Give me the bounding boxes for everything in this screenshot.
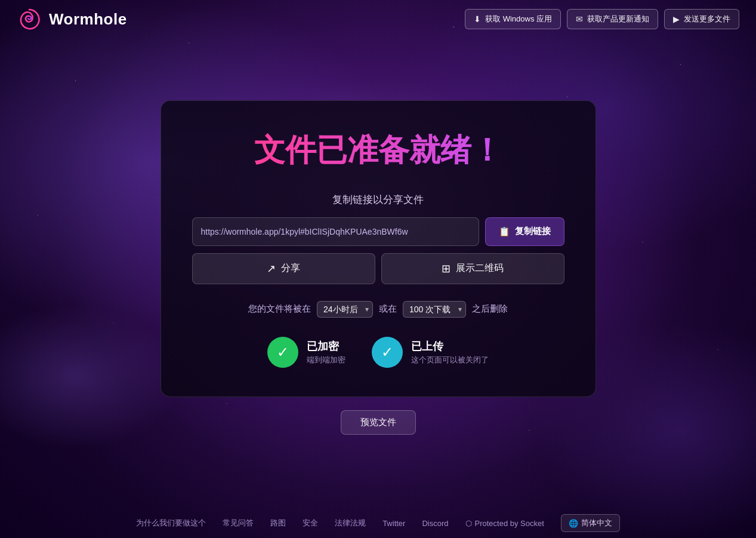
footer-roadmap-link[interactable]: 路图 xyxy=(270,518,286,528)
encrypted-label: 已加密 xyxy=(307,339,345,353)
action-row: ↗ 分享 ⊞ 展示二维码 xyxy=(192,253,564,284)
uploaded-status: ✓ 已上传 这个页面可以被关闭了 xyxy=(372,337,489,368)
main-content: 文件已准备就绪！ 复制链接以分享文件 📋 复制链接 ↗ 分享 ⊞ 展示二维码 xyxy=(0,38,756,508)
send-icon: ▶ xyxy=(673,14,680,24)
expiry-suffix: 之后删除 xyxy=(472,303,508,315)
send-btn-label: 发送更多文件 xyxy=(684,14,730,24)
uploaded-sublabel: 这个页面可以被关闭了 xyxy=(411,355,489,365)
footer-faq-link[interactable]: 常见问答 xyxy=(223,518,254,528)
downloads-select-wrap: 100 次下载 10 次下载 50 次下载 xyxy=(403,301,466,318)
qr-icon: ⊞ xyxy=(442,262,450,275)
share-url-input[interactable] xyxy=(192,217,479,246)
copy-icon: 📋 xyxy=(499,226,510,237)
expiry-prefix: 您的文件将被在 xyxy=(248,303,311,315)
preview-btn-label: 预览文件 xyxy=(360,417,396,427)
footer-security-link[interactable]: 安全 xyxy=(303,518,318,528)
footer: 为什么我们要做这个 常见问答 路图 安全 法律法规 Twitter Discor… xyxy=(0,508,756,538)
status-row: ✓ 已加密 端到端加密 ✓ 已上传 这个页面可以被关闭了 xyxy=(267,337,489,368)
notify-button[interactable]: ✉ 获取产品更新通知 xyxy=(567,9,658,29)
share-icon: ↗ xyxy=(267,262,276,275)
footer-legal-link[interactable]: 法律法规 xyxy=(335,518,366,528)
expiry-connector: 或在 xyxy=(379,303,397,315)
uploaded-text: 已上传 这个页面可以被关闭了 xyxy=(411,339,489,365)
footer-discord-link[interactable]: Discord xyxy=(422,519,448,528)
uploaded-circle: ✓ xyxy=(372,337,403,368)
email-icon: ✉ xyxy=(576,14,583,24)
file-ready-card: 文件已准备就绪！ 复制链接以分享文件 📋 复制链接 ↗ 分享 ⊞ 展示二维码 xyxy=(161,100,596,397)
windows-btn-label: 获取 Windows 应用 xyxy=(485,14,552,24)
socket-text: Protected by Socket xyxy=(475,519,544,528)
footer-why-link[interactable]: 为什么我们要做这个 xyxy=(136,518,206,528)
lang-btn-label: 简体中文 xyxy=(581,518,612,528)
uploaded-label: 已上传 xyxy=(411,339,489,353)
encrypted-check-icon: ✓ xyxy=(277,344,289,361)
page: Wormhole ⬇ 获取 Windows 应用 ✉ 获取产品更新通知 ▶ 发送… xyxy=(0,0,756,538)
url-row: 📋 复制链接 xyxy=(192,217,564,246)
card-subtitle: 复制链接以分享文件 xyxy=(332,193,424,207)
share-btn-label: 分享 xyxy=(281,262,300,275)
qr-code-button[interactable]: ⊞ 展示二维码 xyxy=(381,253,564,284)
windows-app-button[interactable]: ⬇ 获取 Windows 应用 xyxy=(465,9,561,29)
socket-icon: ⬡ xyxy=(465,519,472,528)
header-buttons: ⬇ 获取 Windows 应用 ✉ 获取产品更新通知 ▶ 发送更多文件 xyxy=(465,9,739,29)
encrypted-text: 已加密 端到端加密 xyxy=(307,339,345,365)
encrypted-sublabel: 端到端加密 xyxy=(307,355,345,365)
socket-badge: ⬡ Protected by Socket xyxy=(465,519,544,528)
copy-btn-label: 复制链接 xyxy=(515,226,551,237)
uploaded-check-icon: ✓ xyxy=(381,344,393,361)
expiry-row: 您的文件将被在 24小时后 48小时后 7天后 或在 100 次下载 10 次下… xyxy=(248,301,508,318)
encrypted-status: ✓ 已加密 端到端加密 xyxy=(267,337,345,368)
qr-btn-label: 展示二维码 xyxy=(456,262,504,275)
copy-link-button[interactable]: 📋 复制链接 xyxy=(485,217,564,246)
preview-file-button[interactable]: 预览文件 xyxy=(341,410,416,435)
notify-btn-label: 获取产品更新通知 xyxy=(587,14,649,24)
time-select-wrap: 24小时后 48小时后 7天后 xyxy=(317,301,373,318)
language-button[interactable]: 🌐 简体中文 xyxy=(561,514,620,532)
encrypted-circle: ✓ xyxy=(267,337,298,368)
globe-icon: 🌐 xyxy=(569,519,578,528)
footer-twitter-link[interactable]: Twitter xyxy=(382,519,405,528)
logo-text: Wormhole xyxy=(49,10,127,29)
logo-icon xyxy=(17,7,42,32)
expiry-downloads-select[interactable]: 100 次下载 10 次下载 50 次下载 xyxy=(403,301,466,318)
header: Wormhole ⬇ 获取 Windows 应用 ✉ 获取产品更新通知 ▶ 发送… xyxy=(0,0,756,38)
logo: Wormhole xyxy=(17,7,127,32)
share-button[interactable]: ↗ 分享 xyxy=(192,253,375,284)
download-icon: ⬇ xyxy=(474,14,481,24)
send-more-button[interactable]: ▶ 发送更多文件 xyxy=(664,9,739,29)
card-title: 文件已准备就绪！ xyxy=(254,130,502,171)
expiry-time-select[interactable]: 24小时后 48小时后 7天后 xyxy=(317,301,373,318)
